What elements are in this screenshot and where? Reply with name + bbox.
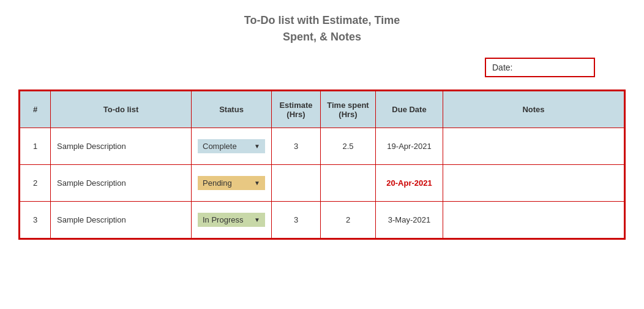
- status-dropdown[interactable]: Complete▼: [198, 139, 265, 153]
- todo-table-wrapper: # To-do list Status Estimate (Hrs) Time …: [18, 90, 626, 240]
- cell-estimate: 3: [272, 202, 321, 238]
- cell-notes: [443, 165, 624, 202]
- page-title: To-Do list with Estimate, Time Spent, & …: [12, 12, 632, 45]
- cell-num: 1: [20, 128, 51, 165]
- table-header-row: # To-do list Status Estimate (Hrs) Time …: [20, 91, 624, 128]
- cell-notes: [443, 202, 624, 238]
- cell-num: 3: [20, 202, 51, 238]
- status-label: Pending: [203, 178, 232, 188]
- cell-duedate: 19-Apr-2021: [376, 128, 443, 165]
- header-estimate: Estimate (Hrs): [272, 91, 321, 128]
- cell-num: 2: [20, 165, 51, 202]
- date-label: Date:: [492, 63, 512, 72]
- cell-duedate: 20-Apr-2021: [376, 165, 443, 202]
- chevron-down-icon: ▼: [254, 180, 260, 186]
- cell-status[interactable]: Complete▼: [192, 128, 272, 165]
- cell-timespent: 2.5: [321, 128, 376, 165]
- cell-status[interactable]: In Progress▼: [192, 202, 272, 238]
- cell-timespent: 2: [321, 202, 376, 238]
- status-dropdown[interactable]: In Progress▼: [198, 213, 265, 227]
- table-row: 3Sample DescriptionIn Progress▼323-May-2…: [20, 202, 624, 238]
- date-box: Date:: [485, 58, 595, 77]
- table-row: 2Sample DescriptionPending▼20-Apr-2021: [20, 165, 624, 202]
- cell-status[interactable]: Pending▼: [192, 165, 272, 202]
- cell-notes: [443, 128, 624, 165]
- chevron-down-icon: ▼: [254, 143, 260, 150]
- cell-timespent: [321, 165, 376, 202]
- todo-table: # To-do list Status Estimate (Hrs) Time …: [20, 91, 624, 238]
- cell-duedate: 3-May-2021: [376, 202, 443, 238]
- header-timespent: Time spent (Hrs): [321, 91, 376, 128]
- table-row: 1Sample DescriptionComplete▼32.519-Apr-2…: [20, 128, 624, 165]
- cell-description: Sample Description: [51, 202, 192, 238]
- chevron-down-icon: ▼: [254, 216, 260, 223]
- cell-estimate: [272, 165, 321, 202]
- status-label: In Progress: [203, 215, 243, 224]
- cell-description: Sample Description: [51, 165, 192, 202]
- header-notes: Notes: [443, 91, 624, 128]
- header-num: #: [20, 91, 51, 128]
- status-label: Complete: [203, 142, 237, 151]
- status-dropdown[interactable]: Pending▼: [198, 176, 265, 190]
- header-duedate: Due Date: [376, 91, 443, 128]
- cell-estimate: 3: [272, 128, 321, 165]
- cell-description: Sample Description: [51, 128, 192, 165]
- header-status: Status: [192, 91, 272, 128]
- header-todo: To-do list: [51, 91, 192, 128]
